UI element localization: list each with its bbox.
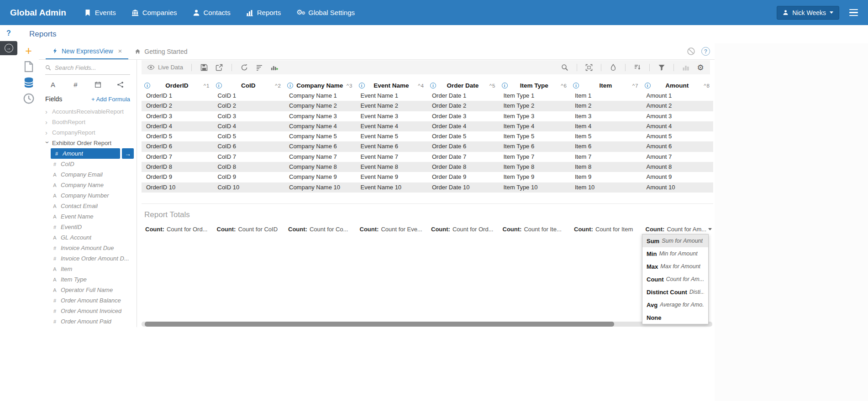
data-sources-icon[interactable] xyxy=(23,78,35,88)
aggregate-menu-item[interactable]: MaxMax for Amount xyxy=(642,260,708,273)
total-aggregate-cell[interactable]: Count:Count for Ite... xyxy=(499,224,571,234)
tree-field[interactable]: #Order Amount Balance xyxy=(39,295,137,306)
column-header[interactable]: Item7 xyxy=(570,80,642,91)
nav-item-global-settings[interactable]: Global Settings xyxy=(290,5,361,21)
brand-title[interactable]: Global Admin xyxy=(10,8,66,18)
tree-field[interactable]: ACompany Name xyxy=(39,180,137,190)
nav-item-reports[interactable]: Reports xyxy=(240,5,287,21)
nav-item-companies[interactable]: Companies xyxy=(126,5,183,21)
date-type-filter-icon[interactable] xyxy=(93,80,103,89)
total-aggregate-cell[interactable]: Count:Count for Item xyxy=(570,224,642,234)
tree-field[interactable]: #EventID xyxy=(39,222,137,232)
total-aggregate-cell[interactable]: Count:Count for CoID xyxy=(213,224,285,234)
theme-droplet-icon[interactable] xyxy=(609,63,617,72)
column-header[interactable]: CoID2 xyxy=(213,80,285,91)
column-header[interactable]: Event Name4 xyxy=(356,80,428,91)
help-circle-icon[interactable] xyxy=(701,47,710,56)
aggregate-menu-item[interactable]: CountCount for Am... xyxy=(642,273,708,286)
number-type-filter-icon[interactable]: # xyxy=(70,80,80,89)
add-formula-button[interactable]: + Add Formula xyxy=(91,96,130,103)
tree-field[interactable]: #Invoice Order Amount D... xyxy=(39,253,137,264)
nav-item-contacts[interactable]: Contacts xyxy=(187,5,237,21)
table-cell: Event Name 8 xyxy=(356,162,428,172)
disabled-state-icon[interactable] xyxy=(687,47,695,56)
sort-icon[interactable] xyxy=(633,63,642,72)
column-header[interactable]: Item Type6 xyxy=(499,80,571,91)
tree-field[interactable]: AEvent Name xyxy=(39,211,137,222)
table-cell: Event Name 5 xyxy=(356,131,428,141)
total-aggregate-cell[interactable]: Count:Count for Ord... xyxy=(142,224,213,234)
tree-category[interactable]: ›BoothReport xyxy=(39,117,137,127)
tab-new-expressview[interactable]: New ExpressView xyxy=(46,43,128,59)
nav-item-events[interactable]: Events xyxy=(78,5,122,21)
tree-field[interactable]: ACompany Email xyxy=(39,169,137,180)
caret-down-icon xyxy=(708,228,712,230)
help-icon[interactable] xyxy=(6,29,11,37)
column-header-label: Event Name xyxy=(365,82,418,89)
filter-icon[interactable] xyxy=(658,63,666,72)
total-function-label: Count: xyxy=(360,226,379,233)
column-header[interactable]: OrderID1 xyxy=(142,80,213,91)
tree-category[interactable]: ›AccountsReceivableReport xyxy=(39,106,137,117)
aggregate-menu-item[interactable]: AvgAverage for Amo... xyxy=(642,298,708,311)
sidebar-collapse-toggle[interactable] xyxy=(0,41,17,55)
table-cell: Order Date 8 xyxy=(427,162,499,172)
aggregate-menu-item[interactable]: SumSum for Amount xyxy=(642,234,708,247)
tab-label: New ExpressView xyxy=(62,47,113,55)
tree-field[interactable]: #Order Amount Paid xyxy=(39,316,137,327)
tree-category[interactable]: ›CompanyReport xyxy=(39,127,137,138)
horizontal-scrollbar[interactable] xyxy=(142,322,712,327)
table-row: OrderID 9CoID 9Company Name 9Event Name … xyxy=(142,172,713,182)
selection-icon[interactable] xyxy=(585,63,593,72)
column-header[interactable]: Order Date5 xyxy=(427,80,499,91)
column-info-icon xyxy=(359,83,365,89)
add-field-to-report-button[interactable]: → xyxy=(122,148,134,159)
live-data-toggle[interactable]: Live Data xyxy=(147,63,183,71)
user-menu-button[interactable]: Nick Weeks xyxy=(777,6,839,20)
tree-field[interactable]: #CoID xyxy=(39,159,137,169)
other-type-filter-icon[interactable] xyxy=(116,80,126,89)
table-cell: CoID 4 xyxy=(213,121,285,131)
column-header[interactable]: Amount8 xyxy=(642,80,714,91)
close-tab-icon[interactable] xyxy=(118,47,122,55)
save-icon[interactable] xyxy=(200,63,208,72)
aggregate-desc: Average for Amo... xyxy=(660,302,704,308)
tab-getting-started[interactable]: Getting Started xyxy=(128,43,194,59)
scrollbar-thumb[interactable] xyxy=(145,322,614,327)
total-aggregate-cell[interactable]: Count:Count for Am... xyxy=(642,224,714,234)
new-report-button[interactable] xyxy=(23,46,35,56)
add-chart-icon[interactable] xyxy=(270,63,279,72)
tree-field[interactable]: AContact Email xyxy=(39,201,137,211)
column-sort-indicator: 1 xyxy=(204,83,210,89)
search-fields-input[interactable] xyxy=(55,64,130,71)
tree-field[interactable]: AOperator Full Name xyxy=(39,285,137,295)
total-aggregate-cell[interactable]: Count:Count for Ord... xyxy=(427,224,499,234)
total-value-label: Count for Item xyxy=(595,226,633,233)
settings-gear-icon[interactable] xyxy=(696,63,705,72)
table-cell: Event Name 3 xyxy=(356,111,428,121)
reports-list-icon[interactable] xyxy=(23,62,35,72)
tree-field[interactable]: AGL Account xyxy=(39,232,137,243)
tree-field[interactable]: AItem xyxy=(39,264,137,274)
hamburger-menu-icon[interactable] xyxy=(849,9,858,16)
tree-category[interactable]: ›Exhibitor Order Report xyxy=(39,138,137,148)
aggregate-menu-item[interactable]: MinMin for Amount xyxy=(642,247,708,260)
tree-field[interactable]: #Amount→ xyxy=(51,148,120,159)
chart-view-icon[interactable] xyxy=(682,63,690,72)
table-cell: Item 10 xyxy=(570,182,642,193)
aggregate-menu-item[interactable]: None xyxy=(642,311,708,324)
schedule-history-icon[interactable] xyxy=(23,94,35,104)
text-type-filter-icon[interactable]: A xyxy=(48,80,58,89)
tree-field[interactable]: AItem Type xyxy=(39,274,137,285)
search-icon[interactable] xyxy=(561,63,569,72)
tree-field[interactable]: #Invoice Amount Due xyxy=(39,243,137,253)
manage-sorts-icon[interactable] xyxy=(255,63,263,72)
total-aggregate-cell[interactable]: Count:Count for Eve... xyxy=(356,224,428,234)
aggregate-menu-item[interactable]: Distinct CountDisti... xyxy=(642,286,708,298)
column-header[interactable]: Company Name3 xyxy=(284,80,356,91)
tree-field[interactable]: ACompany Number xyxy=(39,190,137,201)
tree-field[interactable]: #Order Amount Invoiced xyxy=(39,306,137,316)
refresh-icon[interactable] xyxy=(240,63,248,72)
export-icon[interactable] xyxy=(215,63,223,72)
total-aggregate-cell[interactable]: Count:Count for Co... xyxy=(284,224,356,234)
